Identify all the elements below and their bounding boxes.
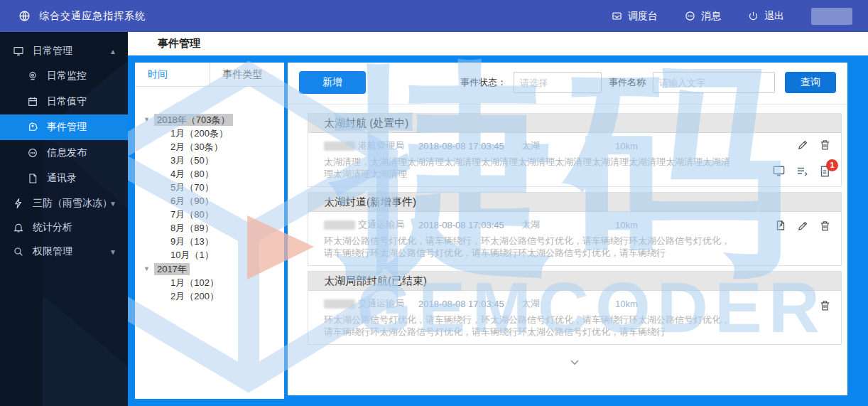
event-title: 太湖局部封航(已结束)	[324, 274, 427, 288]
tree-node-month[interactable]: 2月（200）	[135, 289, 284, 303]
chevron-down-icon: ▼	[109, 200, 116, 208]
sidebar-item-three-defense[interactable]: 三防（雨雪冰冻） ▼	[0, 191, 128, 215]
load-more-button[interactable]	[308, 356, 842, 369]
event-distance: 10km	[615, 299, 638, 309]
event-distance: 10km	[615, 141, 638, 151]
page-header: 事件管理	[128, 32, 868, 55]
tree-year-label: 2017年	[154, 263, 190, 275]
event-datetime: 2018-08-08 17:03:45	[418, 299, 521, 309]
sidebar-item-daily-duty[interactable]: 日常值守	[0, 89, 128, 114]
sidebar-item-label: 权限管理	[33, 245, 72, 258]
tree-node-month[interactable]: 7月（80）	[135, 208, 284, 221]
tree-node-month[interactable]: 3月（50）	[135, 154, 284, 167]
name-label: 事件名称	[609, 76, 646, 89]
tree-node-2018[interactable]: ▼ 2018年（703条）	[135, 112, 284, 127]
logout-button[interactable]: 退出	[748, 10, 784, 23]
sidebar-item-event-management[interactable]: 事件管理	[0, 114, 128, 140]
time-tree: ▼ 2018年（703条） 1月（200条） 2月（30条） 3月（50） 4月…	[135, 112, 284, 303]
tree-node-2017[interactable]: ▼ 2017年	[135, 262, 284, 276]
event-location: 太湖	[521, 139, 615, 152]
sidebar-item-daily-monitor[interactable]: 日常监控	[0, 63, 128, 89]
page-title: 事件管理	[158, 37, 200, 50]
app-brand: 综合交通应急指挥系统	[0, 10, 146, 23]
chevron-up-icon: ▲	[109, 48, 116, 55]
event-datetime: 2018-08-08 17:03:45	[418, 220, 521, 230]
event-card-header[interactable]: 太湖封道(新增事件)	[308, 193, 841, 212]
notification-badge: 1	[826, 159, 838, 171]
event-card: 太湖封航 (处置中) 港航管理局 2018-08-08 17:03:45 太湖 …	[308, 113, 842, 187]
delete-icon[interactable]	[819, 299, 831, 314]
app-title: 综合交通应急指挥系统	[39, 10, 146, 23]
sidebar-item-info-publish[interactable]: 信息发布	[0, 140, 128, 166]
event-name-input[interactable]	[653, 72, 775, 93]
power-icon	[748, 11, 759, 21]
logout-label: 退出	[764, 10, 784, 23]
search-button[interactable]: 查询	[785, 72, 836, 93]
tree-node-month[interactable]: 6月（90）	[135, 194, 284, 208]
task-list-icon[interactable]	[796, 165, 808, 181]
event-description: 环太湖公路信号灯优化，请车辆绕行，环太湖公路信号灯优化，请车辆绕行环太湖公路信号…	[324, 314, 734, 338]
event-card-header[interactable]: 太湖封航 (处置中)	[308, 114, 841, 133]
edit-icon[interactable]	[797, 220, 809, 235]
event-list-panel: 新增 事件状态： 事件名称 查询 太湖封航 (处置中) 港航管理局 2018-0…	[288, 63, 847, 395]
event-card-body: 交通运输局 2018-08-08 17:03:45 太湖 10km 环太湖公路信…	[308, 212, 841, 265]
search-icon	[13, 246, 24, 257]
document-icon	[27, 173, 38, 184]
tab-time[interactable]: 时间	[135, 63, 210, 86]
tree-node-month[interactable]: 10月（1）	[135, 248, 284, 262]
sidebar-item-contacts[interactable]: 通讯录	[0, 166, 128, 191]
sidebar-item-label: 日常管理	[33, 45, 72, 58]
status-select[interactable]	[514, 72, 602, 93]
filter-panel: 时间 事件类型 ▼ 2018年（703条） 1月（200条） 2月（30条） 3…	[135, 63, 284, 399]
sidebar-item-label: 三防（雨雪冰冻）	[33, 197, 112, 210]
add-button[interactable]: 新增	[299, 71, 366, 94]
event-title: 太湖封航 (处置中)	[324, 117, 408, 130]
dispatch-icon	[612, 11, 622, 21]
event-org: 交通运输局	[324, 218, 418, 231]
status-label: 事件状态：	[460, 76, 506, 89]
sidebar-item-permissions[interactable]: 权限管理 ▼	[0, 240, 128, 264]
message-button[interactable]: 消息	[685, 10, 721, 23]
tag-icon	[27, 122, 38, 133]
sidebar-item-label: 通讯录	[47, 172, 77, 185]
tree-node-month[interactable]: 1月（102）	[135, 276, 284, 289]
sidebar-item-daily-management[interactable]: 日常管理 ▲	[0, 39, 128, 63]
org-redacted	[324, 141, 355, 151]
event-meta: 交通运输局 2018-08-08 17:03:45 太湖 10km	[324, 217, 734, 233]
tree-node-month[interactable]: 5月（70）	[135, 181, 284, 194]
sidebar-item-label: 事件管理	[47, 121, 87, 134]
message-label: 消息	[701, 10, 721, 23]
sidebar-item-statistics[interactable]: 统计分析	[0, 215, 128, 240]
edit-icon[interactable]	[797, 139, 809, 154]
bell-icon	[13, 222, 24, 233]
user-name-redacted[interactable]	[811, 8, 852, 25]
event-card: 太湖封道(新增事件) 交通运输局 2018-08-08 17:03:45 太湖 …	[308, 192, 842, 266]
event-description: 环太湖公路信号灯优化，请车辆绕行，环太湖公路信号灯优化，请车辆绕行环太湖公路信号…	[324, 235, 734, 259]
event-title: 太湖封道(新增事件)	[324, 196, 416, 209]
event-card-header[interactable]: 太湖局部封航(已结束)	[308, 272, 841, 291]
delete-icon[interactable]	[819, 220, 831, 235]
event-location: 太湖	[521, 218, 615, 231]
tab-event-type[interactable]: 事件类型	[210, 63, 285, 86]
sidebar-item-label: 统计分析	[33, 221, 72, 234]
report-icon[interactable]: 1	[818, 165, 831, 181]
dispatch-button[interactable]: 调度台	[612, 10, 658, 23]
event-org: 港航管理局	[324, 139, 418, 152]
chevron-down-icon: ▼	[109, 248, 116, 256]
tree-node-month[interactable]: 8月（89）	[135, 221, 284, 235]
tree-year-label: 2018年（703条）	[154, 114, 233, 126]
tree-node-month[interactable]: 9月（13）	[135, 235, 284, 248]
org-redacted	[324, 299, 355, 309]
chat-icon	[27, 147, 38, 159]
delete-icon[interactable]	[819, 139, 831, 154]
screen-icon[interactable]	[772, 164, 786, 181]
event-datetime: 2018-08-08 17:03:45	[418, 141, 521, 151]
divider	[288, 104, 847, 105]
tree-node-month[interactable]: 4月（80）	[135, 167, 284, 181]
publish-icon[interactable]	[774, 219, 787, 235]
tree-node-month[interactable]: 1月（200条）	[135, 127, 284, 140]
tree-node-month[interactable]: 2月（30条）	[135, 140, 284, 154]
event-card-body: 港航管理局 2018-08-08 17:03:45 太湖 10km 太湖清理，太…	[308, 133, 841, 186]
tree-arrow-icon: ▼	[143, 265, 150, 272]
chevron-down-icon	[570, 356, 580, 369]
